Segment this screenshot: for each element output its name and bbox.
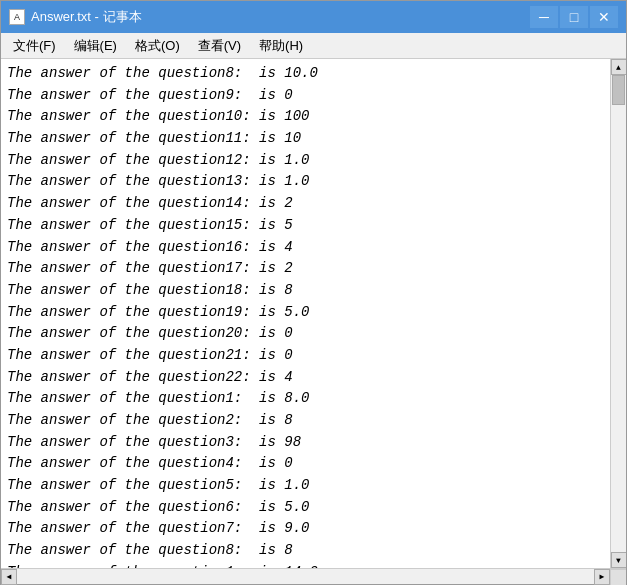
vertical-scrollbar[interactable]: ▲ ▼ <box>610 59 626 568</box>
notepad-window: A Answer.txt - 记事本 ─ □ ✕ 文件(F) 编辑(E) 格式(… <box>0 0 627 585</box>
scroll-left-button[interactable]: ◀ <box>1 569 17 585</box>
window-controls: ─ □ ✕ <box>530 6 618 28</box>
app-icon-text: A <box>14 12 20 22</box>
app-icon: A <box>9 9 25 25</box>
minimize-button[interactable]: ─ <box>530 6 558 28</box>
title-bar: A Answer.txt - 记事本 ─ □ ✕ <box>1 1 626 33</box>
menu-bar: 文件(F) 编辑(E) 格式(O) 查看(V) 帮助(H) <box>1 33 626 59</box>
scroll-thumb[interactable] <box>612 75 625 105</box>
title-bar-left: A Answer.txt - 记事本 <box>9 8 142 26</box>
menu-view[interactable]: 查看(V) <box>190 35 249 57</box>
window-title: Answer.txt - 记事本 <box>31 8 142 26</box>
close-button[interactable]: ✕ <box>590 6 618 28</box>
menu-help[interactable]: 帮助(H) <box>251 35 311 57</box>
menu-format[interactable]: 格式(O) <box>127 35 188 57</box>
scroll-track[interactable] <box>611 75 626 552</box>
maximize-button[interactable]: □ <box>560 6 588 28</box>
scrollbar-corner <box>610 569 626 585</box>
scroll-down-button[interactable]: ▼ <box>611 552 627 568</box>
horizontal-scrollbar: ◀ ▶ <box>1 568 626 584</box>
h-scroll-track[interactable] <box>17 569 594 584</box>
menu-file[interactable]: 文件(F) <box>5 35 64 57</box>
menu-edit[interactable]: 编辑(E) <box>66 35 125 57</box>
scroll-up-button[interactable]: ▲ <box>611 59 627 75</box>
text-editor[interactable]: The answer of the question8: is 10.0 The… <box>1 59 610 568</box>
content-area: The answer of the question8: is 10.0 The… <box>1 59 626 568</box>
scroll-right-button[interactable]: ▶ <box>594 569 610 585</box>
